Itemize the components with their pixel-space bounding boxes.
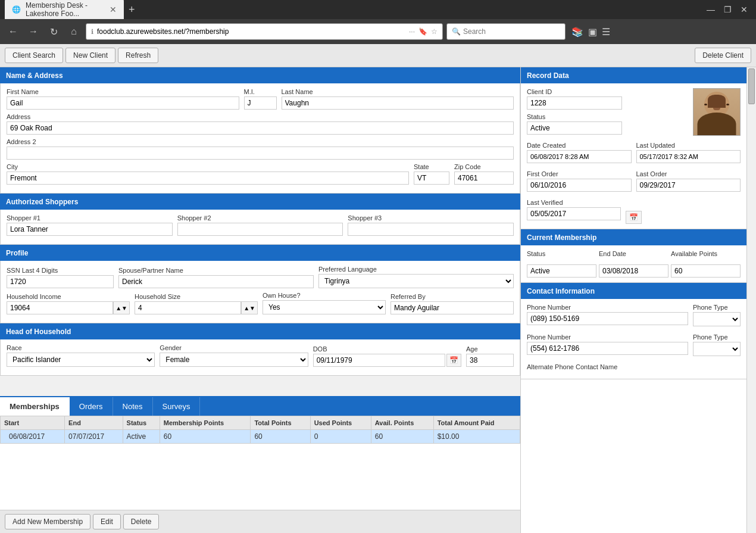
tab-close-button[interactable]: ✕ [110, 5, 117, 14]
global-scrollbar[interactable] [746, 67, 756, 533]
record-status-input[interactable] [527, 121, 622, 135]
phone2-type-select[interactable] [693, 342, 741, 356]
address-bar[interactable]: ℹ ··· 🔖 ☆ [86, 23, 443, 40]
reload-button[interactable]: ↻ [45, 23, 62, 40]
income-input[interactable] [7, 301, 113, 314]
shopper2-input[interactable] [177, 223, 343, 236]
mi-input[interactable] [244, 96, 277, 110]
referred-input[interactable] [391, 301, 514, 314]
last-name-input[interactable] [282, 96, 514, 110]
name-address-body: First Name M.I. Last Name [0, 83, 520, 194]
record-data-header: Record Data [521, 67, 746, 83]
search-input[interactable] [463, 27, 560, 36]
lang-select[interactable]: Tigrinya [318, 274, 514, 288]
tab-orders[interactable]: Orders [70, 397, 113, 416]
url-input[interactable] [97, 27, 405, 36]
dob-calendar-button[interactable]: 📅 [446, 354, 461, 367]
forward-button[interactable]: → [25, 23, 42, 40]
sidebar-icon[interactable]: ▣ [588, 26, 597, 38]
edit-button[interactable]: Edit [93, 514, 121, 529]
address-input[interactable] [7, 121, 514, 135]
membership-avail-points-input[interactable] [671, 264, 741, 278]
phone1-input[interactable] [527, 312, 688, 325]
city-label: City [7, 163, 409, 170]
record-data-section: Record Data Client ID Status [521, 67, 746, 229]
back-button[interactable]: ← [5, 23, 21, 40]
address2-label: Address 2 [7, 138, 514, 145]
name-address-section: Name & Address First Name M.I. [0, 67, 520, 194]
tabs-bar: Memberships Orders Notes Surveys [0, 397, 520, 416]
browser-search-bar[interactable]: 🔍 [446, 23, 566, 40]
authorized-shoppers-section: Authorized Shoppers Shopper #1 Shopper #… [0, 194, 520, 245]
record-status-label: Status [527, 113, 688, 120]
refresh-button[interactable]: Refresh [118, 48, 158, 63]
gender-label: Gender [160, 344, 308, 351]
contact-info-header: Contact Information [521, 283, 746, 299]
browser-tab[interactable]: 🌐 Membership Desk - Lakeshore Foo... ✕ [5, 0, 124, 21]
shopper3-input[interactable] [348, 223, 514, 236]
new-tab-button[interactable]: + [126, 1, 138, 18]
scrollbar-thumb[interactable] [748, 68, 755, 104]
col-status: Status [123, 416, 160, 430]
spouse-label: Spouse/Partner Name [118, 267, 314, 274]
phone2-input[interactable] [527, 342, 688, 355]
state-input[interactable] [414, 172, 449, 185]
own-house-select[interactable]: Yes [263, 300, 386, 314]
date-created-label: Date Created [527, 142, 632, 149]
phone1-type-select[interactable] [693, 312, 741, 326]
first-order-input[interactable] [527, 179, 632, 192]
phone1-label: Phone Number [527, 304, 688, 311]
phone2-type-label: Phone Type [693, 333, 741, 341]
dob-input[interactable] [313, 354, 445, 367]
star-icon: ☆ [431, 27, 438, 36]
address2-input[interactable] [7, 147, 514, 160]
delete-button[interactable]: Delete [123, 514, 160, 529]
last-name-label: Last Name [282, 88, 514, 95]
tab-memberships[interactable]: Memberships [0, 397, 70, 416]
membership-avail-points-label: Available Points [671, 250, 741, 257]
membership-end-date-input[interactable] [599, 264, 668, 278]
membership-status-input[interactable] [527, 264, 596, 278]
race-label: Race [7, 344, 155, 351]
upper-left-panel: Name & Address First Name M.I. [0, 67, 520, 396]
close-window-button[interactable]: ✕ [737, 2, 751, 17]
restore-button[interactable]: ❐ [720, 2, 735, 17]
new-client-button[interactable]: New Client [65, 48, 115, 63]
membership-table-container: Start End Status Membership Points Total… [0, 416, 520, 510]
first-name-input[interactable] [7, 96, 239, 110]
client-id-input[interactable] [527, 96, 622, 110]
income-spinner[interactable]: ▲▼ [113, 301, 130, 314]
last-verified-input[interactable] [527, 207, 621, 220]
age-input[interactable] [466, 354, 514, 367]
shopper1-input[interactable] [7, 223, 173, 236]
lang-label: Preferred Language [318, 266, 514, 273]
col-total-points: Total Points [251, 416, 310, 430]
client-photo [693, 88, 741, 136]
secure-icon: ℹ [91, 28, 93, 36]
client-search-button[interactable]: Client Search [5, 48, 63, 63]
city-input[interactable] [7, 172, 409, 185]
add-new-membership-button[interactable]: Add New Membership [5, 514, 90, 529]
zip-input[interactable] [454, 172, 514, 185]
gender-select[interactable]: Female [160, 353, 308, 367]
delete-client-button[interactable]: Delete Client [695, 48, 751, 63]
menu-icon[interactable]: ☰ [602, 26, 610, 38]
tab-notes[interactable]: Notes [113, 397, 153, 416]
home-button[interactable]: ⌂ [65, 23, 82, 40]
tab-surveys[interactable]: Surveys [153, 397, 201, 416]
size-spinner[interactable]: ▲▼ [241, 301, 258, 314]
race-select[interactable]: Pacific Islander [7, 353, 155, 367]
minimize-button[interactable]: — [704, 2, 718, 17]
date-created-input[interactable] [527, 150, 632, 163]
last-order-input[interactable] [636, 179, 741, 192]
size-input[interactable] [135, 301, 241, 314]
ssn-input[interactable] [7, 275, 114, 288]
income-label: Household Income [7, 293, 130, 300]
table-row[interactable]: 06/08/201707/07/2017Active6060060$10.00 [1, 430, 520, 444]
library-icon[interactable]: 📚 [571, 26, 583, 38]
last-verified-calendar-button[interactable]: 📅 [626, 211, 642, 224]
last-updated-input[interactable] [636, 150, 741, 163]
name-address-header: Name & Address [0, 67, 520, 83]
last-updated-label: Last Updated [636, 142, 741, 149]
spouse-input[interactable] [118, 275, 314, 288]
